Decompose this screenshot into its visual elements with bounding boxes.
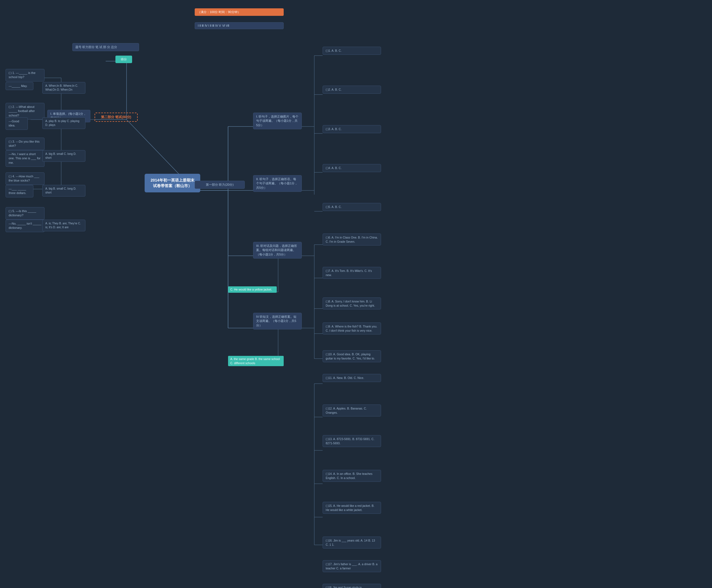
q3-options: A. big B. small C. long D. short <box>42 150 85 162</box>
answer-a-highlight: A. the same grade B. the same school C. … <box>228 356 284 366</box>
row-header: Ⅰ Ⅱ Ⅲ Ⅳ Ⅰ Ⅱ Ⅲ Ⅳ Ⅴ Ⅵ Ⅶ <box>195 22 284 29</box>
q8-opt: ( )8. A. Sorry, I don't know him. B. Li … <box>323 297 381 310</box>
q4-answer: ---___ _____ three dollars. <box>5 185 33 197</box>
q3-text: ( ) 3. ---Do you like this skirt? <box>5 138 44 150</box>
answer-c-highlight: C. He would like a yellow jacket. <box>228 286 277 293</box>
q2-opt: ( )2. A. B. C. <box>323 86 381 94</box>
q12-opt: ( )12. A. Apples. B. Bananas. C. Oranges… <box>323 404 381 417</box>
q1-text: ( ) 1. ---_____ is the school trip? <box>5 69 44 81</box>
score-table: 题号 听力部分 笔 试 部 分 总分 <box>72 43 139 51</box>
part1-section-IV: IV 听短文，选择正确答案。短文读两遍。（每小题1分，共5分） <box>253 313 302 330</box>
q4-options: A. big B. small C. long D. short <box>42 185 85 196</box>
q5-options: A. is; They B. are; They're C. is; It's … <box>42 219 85 231</box>
part1-section-I: I. 听句子，选择正确图片，每个 句子读两遍。（每小题1分，共5分） <box>253 112 302 129</box>
q6-opt: ( )6. A. I'm in Class One. B. I'm in Chi… <box>323 233 381 246</box>
q7-opt: ( )7. A. It's Tom. B. It's Mike's. C. It… <box>323 267 381 279</box>
q2-options: A. play B. to play C. playing D. plays <box>42 117 85 129</box>
q2-answer: ---Good idea. <box>5 117 28 130</box>
q5-opt: ( )5. A. B. C. <box>323 203 381 211</box>
q4-opt: ( )4. A. B. C. <box>323 164 381 172</box>
part1-label: 第一部分 听力(20分) <box>195 181 245 189</box>
score-label: 得分 <box>116 56 132 63</box>
q5-text: ( ) 5. ---Is this _____ dictionary? <box>5 207 44 219</box>
score-info: （满分：100分 时间：90分钟） <box>195 8 284 16</box>
q9-opt: ( )9. A. Where is the fish? B. Thank you… <box>323 322 381 334</box>
part2-label: 第二部分 笔试(80分) <box>95 112 138 122</box>
q14-opt: ( )14. A. In an office. B. She teaches E… <box>323 470 381 482</box>
q3-answer: ---No, I want a short one. This one is _… <box>5 150 44 167</box>
q15-opt: ( )15. A. He would like a red jacket. B.… <box>323 502 381 514</box>
main-title: 2014年初一英语上册期末试卷带答案（鞍山市） <box>145 174 200 192</box>
q1-opt: ( )1. A. B. C. <box>323 47 381 55</box>
q4-text: ( ) 4. ---How much ___ the blue socks? <box>5 172 44 185</box>
q11-opt: ( )11. A. New. B. Old. C. Nice. <box>323 374 381 382</box>
q5-answer: ---No, _____ isn't _____ dictionary. <box>5 219 44 232</box>
part1-section-II: II. 听句子，选择正确答语。每个句子读两遍。（每小题1分，共5分） <box>253 175 302 192</box>
q10-opt: ( )10. A. Good idea. B. OK, playing guit… <box>323 350 381 362</box>
q1-options: A. When;In B. Where;In C. What;On D. Whe… <box>42 82 85 94</box>
q16-opt: ( )16. Jim is ___ years old. A. 14 B. 13… <box>323 537 381 548</box>
q17-opt: ( )17. Jim's father is ___. A. a driver … <box>323 560 381 572</box>
q3-opt: ( )3. A. B. C. <box>323 125 381 133</box>
q1-answer: ---_____ May. <box>5 82 33 90</box>
part1-section-III: III. 听对话及问题，选择正确答案。每组对话和问题读两遍。（每小题1分，共5分… <box>253 242 302 258</box>
q13-opt: ( )13. A. 8723-5691. B. 8732-5691. C. 82… <box>323 435 381 447</box>
q18-opt: ( )18. Jim and Susan study in ___. <box>323 584 381 588</box>
